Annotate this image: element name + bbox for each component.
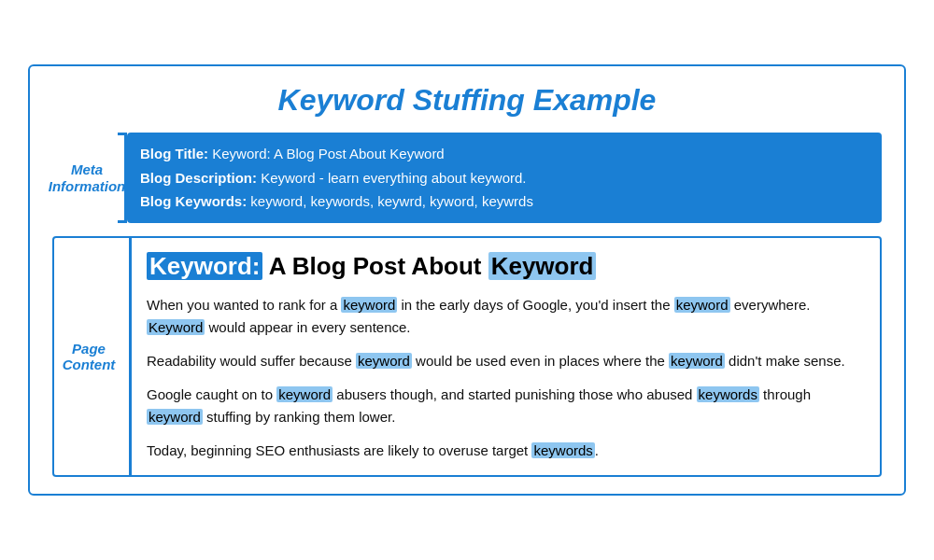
meta-box: Blog Title: Keyword: A Blog Post About K… bbox=[127, 133, 882, 223]
paragraph-3: Google caught on to keyword abusers thou… bbox=[147, 384, 865, 428]
kw-p3-3: keyword bbox=[147, 409, 203, 425]
paragraph-1: When you wanted to rank for a keyword in… bbox=[147, 294, 865, 339]
paragraph-2: Readability would suffer because keyword… bbox=[147, 350, 865, 372]
meta-blog-title-value: Keyword: A Blog Post About Keyword bbox=[212, 146, 444, 161]
meta-bracket bbox=[118, 133, 127, 223]
meta-side-label: Meta Information bbox=[52, 133, 127, 223]
meta-blog-desc-row: Blog Description: Keyword - learn everyt… bbox=[140, 166, 869, 190]
kw-p3-2: keywords bbox=[697, 386, 759, 402]
blog-post-title: Keyword: A Blog Post About Keyword bbox=[147, 251, 865, 283]
title-keyword-1: Keyword: bbox=[147, 252, 262, 280]
content-section: Page Content Keyword: A Blog Post About … bbox=[52, 236, 882, 477]
content-side-label: Page Content bbox=[54, 238, 129, 475]
meta-section: Meta Information Blog Title: Keyword: A … bbox=[52, 133, 882, 223]
meta-blog-title-label: Blog Title: bbox=[140, 146, 208, 161]
kw-p4-1: keywords bbox=[531, 442, 594, 458]
meta-blog-desc-label: Blog Description: bbox=[140, 170, 257, 186]
content-body: Keyword: A Blog Post About Keyword When … bbox=[129, 238, 880, 475]
meta-label-text: Meta Information bbox=[49, 161, 126, 195]
kw-p3-1: keyword bbox=[276, 386, 333, 402]
meta-blog-keywords-row: Blog Keywords: keyword, keywords, keywrd… bbox=[140, 189, 869, 214]
meta-blog-keywords-value: keyword, keywords, keywrd, kyword, keywr… bbox=[250, 193, 533, 209]
kw-p1-2: keyword bbox=[674, 297, 730, 313]
paragraph-4: Today, beginning SEO enthusiasts are lik… bbox=[147, 440, 865, 462]
kw-p1-1: keyword bbox=[341, 297, 397, 313]
meta-blog-keywords-label: Blog Keywords: bbox=[140, 193, 247, 209]
main-container: Keyword Stuffing Example Meta Informatio… bbox=[28, 64, 906, 495]
meta-blog-desc-value: Keyword - learn everything about keyword… bbox=[261, 170, 526, 186]
kw-p2-2: keyword bbox=[669, 353, 725, 369]
content-label-text: Page Content bbox=[63, 341, 116, 372]
title-keyword-2: Keyword bbox=[488, 252, 597, 280]
title-plain: A Blog Post About bbox=[269, 252, 488, 280]
kw-p1-3: Keyword bbox=[147, 319, 205, 335]
page-title: Keyword Stuffing Example bbox=[52, 83, 882, 118]
meta-blog-title-row: Blog Title: Keyword: A Blog Post About K… bbox=[140, 142, 869, 166]
kw-p2-1: keyword bbox=[356, 353, 412, 369]
